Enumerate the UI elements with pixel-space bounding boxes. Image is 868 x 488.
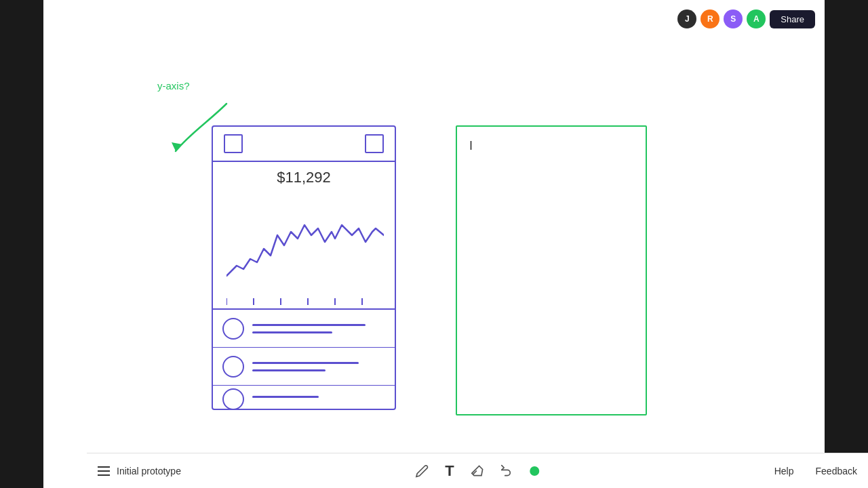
y-axis-annotation: y-axis? (157, 80, 190, 92)
feedback-button[interactable]: Feedback (805, 460, 868, 482)
chart-value: $11,292 (213, 169, 395, 186)
avatar-j[interactable]: J (677, 9, 696, 28)
list-item-3 (213, 386, 395, 413)
undo-tool[interactable] (500, 464, 514, 478)
text-tool[interactable]: T (445, 462, 454, 480)
list-item-2 (213, 348, 395, 386)
x-axis-ticks (226, 295, 384, 308)
top-right-square (365, 134, 384, 153)
hamburger-menu[interactable] (98, 466, 110, 476)
page-title: Initial prototype (117, 466, 181, 476)
avatar-a[interactable]: A (747, 9, 766, 28)
text-input-box[interactable]: I (456, 125, 647, 415)
avatar-s[interactable]: S (724, 9, 743, 28)
avatar-r[interactable]: R (701, 9, 719, 28)
share-button[interactable]: Share (770, 10, 815, 28)
color-selector[interactable] (530, 466, 540, 476)
line-chart (226, 195, 384, 296)
top-left-square (224, 134, 243, 153)
pencil-tool[interactable] (415, 464, 429, 478)
top-toolbar: J R S A Share (677, 9, 815, 28)
bottom-toolbar: Initial prototype T (87, 453, 868, 488)
list-item-1 (213, 310, 395, 348)
phone-wireframe: $11,292 (212, 125, 396, 410)
text-cursor: I (469, 139, 473, 153)
help-button[interactable]: Help (764, 460, 805, 482)
eraser-tool[interactable] (471, 464, 484, 478)
